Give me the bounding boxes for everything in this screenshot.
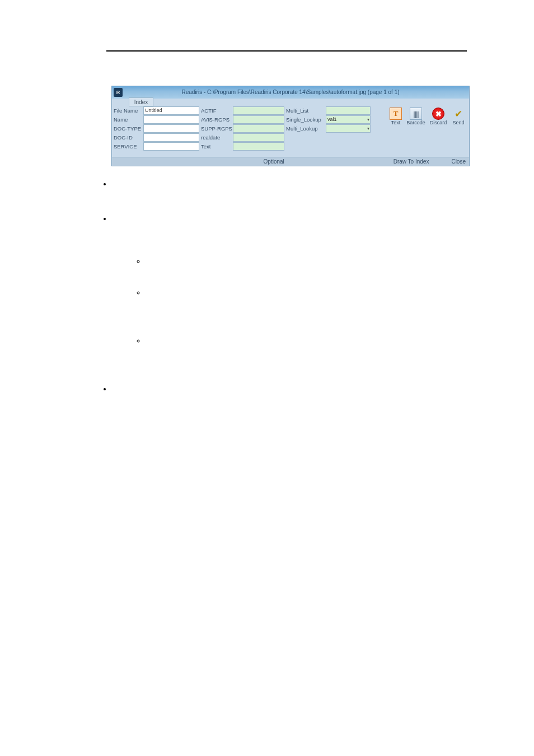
lbl-text: Text	[199, 142, 233, 151]
sub-2	[146, 288, 148, 297]
page-bullets	[112, 179, 148, 419]
field-multi-list[interactable]	[326, 106, 371, 115]
field-realdate[interactable]	[233, 133, 284, 142]
footer-close[interactable]: Close	[451, 158, 466, 165]
window-titlebar[interactable]: R Readiris - C:\Program Files\Readiris C…	[112, 86, 469, 99]
field-doc-type[interactable]	[143, 124, 199, 133]
field-name[interactable]	[143, 115, 199, 124]
field-file-name[interactable]: Untitled	[143, 106, 199, 115]
lbl-name: Name	[112, 115, 143, 124]
field-multi-lookup[interactable]	[326, 124, 371, 133]
discard-tool[interactable]: ✖ Discard	[427, 108, 449, 125]
bullet-1	[112, 179, 148, 188]
field-supp-rgps[interactable]	[233, 124, 284, 133]
bullet-3	[112, 384, 148, 393]
send-tool[interactable]: ✔ Send	[449, 108, 467, 125]
page-top-rule	[106, 50, 467, 52]
lbl-multi-list: Multi_List	[284, 106, 326, 115]
lbl-supp-rgps: SUPP-RGPS	[199, 124, 233, 133]
labels-col-3: Multi_List Single_Lookup Multi_Lookup	[284, 106, 326, 157]
lbl-realdate: realdate	[199, 133, 233, 142]
sub-1	[146, 256, 148, 265]
discard-tool-label: Discard	[430, 120, 447, 125]
lbl-service: SERVICE	[112, 142, 143, 151]
field-doc-id[interactable]	[143, 133, 199, 142]
text-tool-label: Text	[391, 120, 401, 125]
sub-3	[146, 336, 148, 345]
footer-optional: Optional	[264, 158, 284, 165]
lbl-file-name: File Name	[112, 106, 143, 115]
lbl-doc-type: DOC-TYPE	[112, 124, 143, 133]
window-title-text: Readiris - C:\Program Files\Readiris Cor…	[181, 89, 399, 95]
labels-col-1: File Name Name DOC-TYPE DOC-ID SERVICE	[112, 106, 143, 157]
app-icon: R	[114, 88, 123, 97]
lbl-single-lookup: Single_Lookup	[284, 115, 326, 124]
send-icon: ✔	[452, 108, 465, 120]
barcode-tool-label: Barcode	[406, 120, 425, 125]
barcode-icon: ||||	[410, 108, 422, 120]
inputs-col-1: Untitled	[143, 106, 199, 157]
field-actif[interactable]	[233, 106, 284, 115]
send-tool-label: Send	[452, 120, 464, 125]
field-service[interactable]	[143, 142, 199, 151]
field-single-lookup[interactable]: val1	[326, 115, 371, 124]
lbl-doc-id: DOC-ID	[112, 133, 143, 142]
text-tool[interactable]: T Text	[387, 108, 405, 125]
labels-col-2: ACTIF AVIS-RGPS SUPP-RGPS realdate Text	[199, 106, 233, 157]
text-icon: T	[390, 108, 402, 120]
field-avis-rgps[interactable]	[233, 115, 284, 124]
inputs-col-2	[233, 106, 284, 157]
field-text[interactable]	[233, 142, 284, 151]
lbl-avis-rgps: AVIS-RGPS	[199, 115, 233, 124]
barcode-tool[interactable]: |||| Barcode	[405, 108, 427, 125]
lbl-multi-lookup: Multi_Lookup	[284, 124, 326, 133]
toolbar-area	[409, 134, 467, 148]
readiris-index-window: R Readiris - C:\Program Files\Readiris C…	[111, 86, 470, 166]
index-footer: Optional Draw To Index Close	[112, 157, 469, 166]
lbl-actif: ACTIF	[199, 106, 233, 115]
tab-index[interactable]: Index	[129, 97, 153, 106]
inputs-col-3: val1	[326, 106, 371, 157]
index-toolbar: T Text |||| Barcode ✖ Discard ✔ Send	[387, 108, 467, 125]
discard-icon: ✖	[432, 108, 444, 120]
footer-draw-to-index[interactable]: Draw To Index	[394, 158, 429, 165]
bullet-2	[112, 214, 148, 345]
